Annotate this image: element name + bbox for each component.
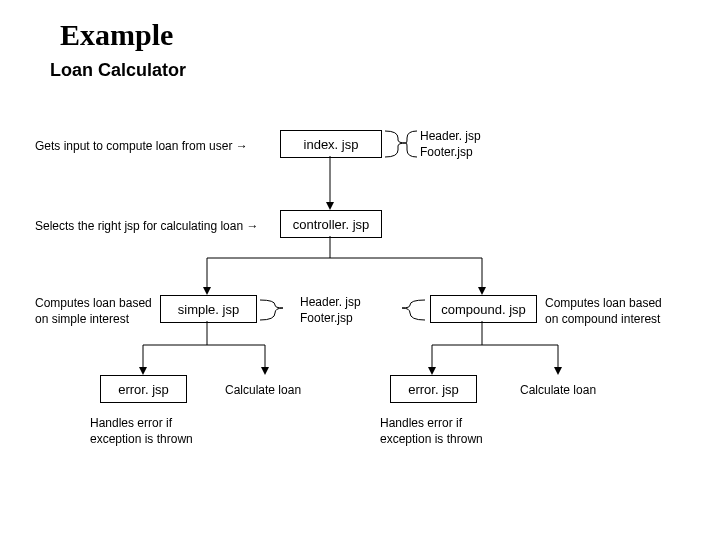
svg-marker-17 (428, 367, 436, 375)
diagram-connectors (0, 0, 720, 540)
note-inputs: Gets input to compute loan from user → (35, 138, 248, 154)
box-controller: controller. jsp (280, 210, 382, 238)
note-selects: Selects the right jsp for calculating lo… (35, 218, 258, 234)
note-error-right: Handles error if exception is thrown (380, 415, 483, 447)
box-simple: simple. jsp (160, 295, 257, 323)
box-error-right: error. jsp (390, 375, 477, 403)
note-error-left: Handles error if exception is thrown (90, 415, 193, 447)
note-headerfooter-mid: Header. jsp Footer.jsp (300, 294, 361, 326)
svg-marker-1 (326, 202, 334, 210)
box-error-left: error. jsp (100, 375, 187, 403)
note-compound-interest: Computes loan based on compound interest (545, 295, 662, 327)
box-compound: compound. jsp (430, 295, 537, 323)
svg-marker-5 (203, 287, 211, 295)
page-subtitle: Loan Calculator (50, 60, 186, 81)
svg-marker-19 (554, 367, 562, 375)
svg-marker-11 (139, 367, 147, 375)
note-simple-interest: Computes loan based on simple interest (35, 295, 152, 327)
page-title: Example (60, 18, 173, 52)
box-index: index. jsp (280, 130, 382, 158)
label-calculate-right: Calculate loan (520, 382, 596, 398)
label-calculate-left: Calculate loan (225, 382, 301, 398)
svg-marker-7 (478, 287, 486, 295)
note-headerfooter-top: Header. jsp Footer.jsp (420, 128, 481, 160)
svg-marker-13 (261, 367, 269, 375)
